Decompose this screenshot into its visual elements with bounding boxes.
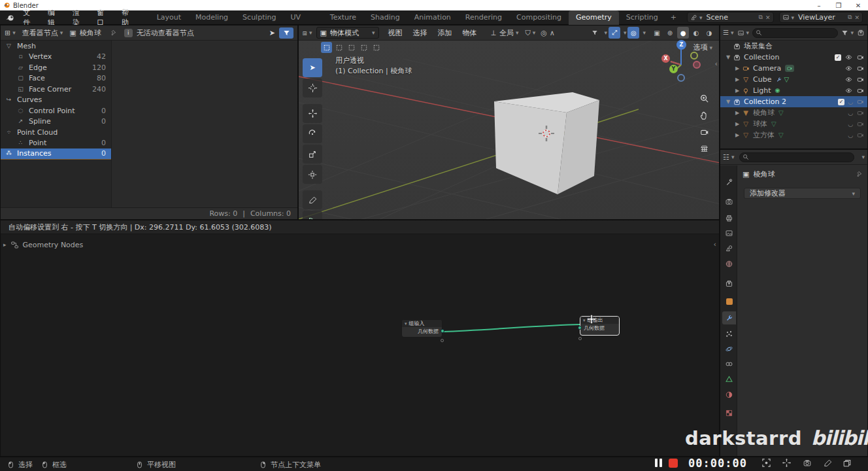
row-light[interactable]: ▶ Light ◉ <box>720 85 867 96</box>
tree-row-curves[interactable]: ↪Curves <box>1 95 111 106</box>
new-viewlayer-icon[interactable]: ⧉ <box>848 14 852 21</box>
select-mode-new-button[interactable] <box>321 42 332 53</box>
pan-hand-icon[interactable] <box>699 111 709 120</box>
display-mode-icon[interactable] <box>737 29 744 37</box>
geometry-input-socket[interactable] <box>578 326 582 330</box>
tree-row-instances[interactable]: ⁂Instances0 <box>1 148 111 160</box>
select-mode-extend-button[interactable] <box>333 42 344 53</box>
tab-uv-editing[interactable]: UV Editing <box>283 10 322 25</box>
filter-toggle-button[interactable] <box>279 27 293 39</box>
menu-object[interactable]: 物体 <box>458 28 482 38</box>
pin-icon[interactable] <box>109 29 116 37</box>
tool-transform[interactable] <box>303 165 322 184</box>
eye-icon[interactable] <box>844 54 853 61</box>
row-collection-2[interactable]: ▼ Collection 2 ✓ ◡ <box>720 96 867 107</box>
tree-row-edge[interactable]: ▱Edge120 <box>1 62 111 73</box>
navigation-gizmo[interactable]: Z X Y <box>656 37 706 87</box>
tab-object[interactable] <box>722 295 736 308</box>
row-collection[interactable]: ▼ Collection ✓ <box>720 52 867 63</box>
ortho-grid-icon[interactable] <box>699 144 709 154</box>
tool-cursor[interactable] <box>303 78 322 97</box>
collection-checkbox[interactable]: ✓ <box>838 99 844 105</box>
disclosure-triangle-icon[interactable]: ▶ <box>733 65 741 71</box>
viewport-editor-type-icon[interactable]: ⧈ <box>303 29 307 37</box>
tab-modifiers[interactable] <box>722 311 736 324</box>
menu-edit[interactable]: 编辑 <box>42 8 67 27</box>
tree-row-spline[interactable]: ↗Spline0 <box>1 116 111 128</box>
visibility-filter-button[interactable] <box>589 27 601 39</box>
transform-orientation-dropdown[interactable]: 全局 <box>499 28 514 38</box>
tab-modeling[interactable]: Modeling <box>188 10 235 25</box>
gizmo-axis-y[interactable]: Y <box>669 65 678 73</box>
camera-render-icon[interactable] <box>856 76 865 83</box>
eye-closed-icon[interactable]: ◡ <box>848 132 853 139</box>
tool-scale[interactable] <box>303 145 322 164</box>
group-input-node[interactable]: ▾组输入 几何数据 <box>401 319 442 338</box>
camera-render-icon[interactable] <box>856 98 865 105</box>
viewlayer-selector[interactable]: ▾ ViewLayer ⧉ ✕ <box>779 12 863 23</box>
tool-select-box[interactable]: ➤ <box>303 58 322 77</box>
tool-move[interactable] <box>303 104 322 123</box>
add-workspace-button[interactable]: + <box>665 13 682 22</box>
gizmo-axis-x-neg[interactable] <box>693 61 701 69</box>
region-capture-icon[interactable] <box>761 458 771 468</box>
tab-scene[interactable] <box>722 241 736 254</box>
tree-row-vertex[interactable]: ▫Vertex42 <box>1 52 111 63</box>
camera-render-icon[interactable] <box>856 65 865 72</box>
camera-render-icon[interactable] <box>856 54 865 61</box>
pin-icon[interactable] <box>855 171 862 178</box>
gizmo-axis-z-neg[interactable] <box>677 74 685 82</box>
gizmo-axis-x[interactable]: X <box>661 54 670 63</box>
row-cube[interactable]: ▶ ▽ Cube ▽ <box>720 74 867 85</box>
tab-collection[interactable] <box>722 277 736 290</box>
maximize-button[interactable]: ❐ <box>829 2 848 9</box>
tool-rotate[interactable] <box>303 124 322 143</box>
camera-view-icon[interactable] <box>699 128 710 137</box>
virtual-socket[interactable] <box>578 337 582 340</box>
tab-world[interactable] <box>722 257 736 270</box>
disclosure-triangle-icon[interactable]: ▼ <box>724 54 732 60</box>
spreadsheet-table-area[interactable] <box>112 41 297 207</box>
menu-select[interactable]: 选择 <box>408 28 433 38</box>
tab-material[interactable] <box>722 388 736 401</box>
menu-view[interactable]: 视图 <box>383 28 408 38</box>
camera-render-icon[interactable] <box>856 109 865 116</box>
sidebar-collapse-arrow[interactable]: ‹ <box>715 60 718 68</box>
remove-viewlayer-icon[interactable]: ✕ <box>854 14 860 21</box>
tree-row-face[interactable]: ▢Face80 <box>1 73 111 84</box>
tab-object-data[interactable] <box>722 372 736 385</box>
row-lengjiaoqiu[interactable]: ▶ ▼ 棱角球 ▽ ◡ <box>720 107 867 118</box>
outliner-search-input[interactable] <box>752 28 838 38</box>
gizmo-axis-z[interactable]: Z <box>676 40 686 50</box>
selection-filter-arrow-icon[interactable]: ➤ <box>269 29 275 37</box>
tab-sculpting[interactable]: Sculpting <box>235 10 283 25</box>
tree-row-point-cloud[interactable]: ⁘Point Cloud <box>1 127 111 138</box>
stop-button[interactable] <box>669 459 678 468</box>
tab-tool[interactable] <box>722 175 736 188</box>
disclosure-triangle-icon[interactable]: ▶ <box>733 121 741 127</box>
tab-constraints[interactable] <box>722 357 736 370</box>
collection-checkbox[interactable]: ✓ <box>835 54 841 61</box>
spreadsheet-editor-type-icon[interactable]: ⊞ <box>5 29 10 37</box>
disclosure-triangle-icon[interactable]: ▶ <box>733 77 741 82</box>
scene-selector[interactable]: ▾ Scene ⧉ ✕ <box>687 12 774 23</box>
camera-render-icon[interactable] <box>856 87 865 94</box>
tree-row-point[interactable]: ∴Point0 <box>1 138 111 149</box>
tab-output[interactable] <box>722 211 736 224</box>
gizmo-axis-y-neg[interactable] <box>690 52 698 60</box>
mode-dropdown[interactable]: ▣ 物体模式 ▾ <box>316 27 379 39</box>
properties-editor-type-icon[interactable]: ☷ <box>723 154 729 161</box>
geometry-output-socket[interactable] <box>441 329 444 333</box>
eye-icon[interactable] <box>844 87 853 94</box>
pause-button[interactable] <box>655 459 662 467</box>
row-camera[interactable]: ▶ Camera <box>720 63 867 74</box>
eye-closed-icon[interactable]: ◡ <box>848 110 853 116</box>
eye-icon[interactable] <box>844 65 853 72</box>
row-qiuti[interactable]: ▶ ▽ 球体 ▽ ◡ <box>720 118 867 130</box>
show-overlays-button[interactable]: ◎ <box>627 27 639 39</box>
show-gizmo-button[interactable]: ⤢ <box>609 27 620 39</box>
tab-rendering[interactable]: Rendering <box>458 10 509 25</box>
minimize-button[interactable]: – <box>809 2 829 9</box>
tab-geometry-nodes[interactable]: Geometry Nodes <box>569 10 619 25</box>
tree-row-face-corner[interactable]: ◱Face Corner240 <box>1 84 111 95</box>
